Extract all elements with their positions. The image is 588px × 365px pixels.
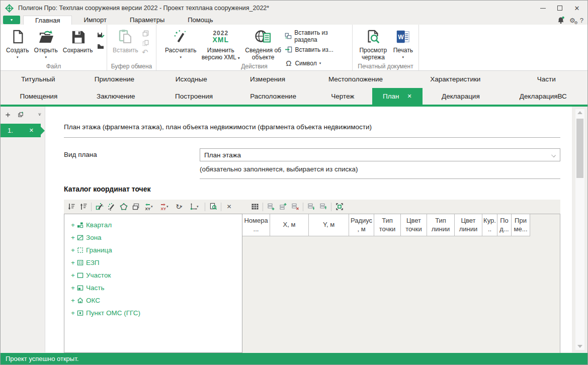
object-info-button[interactable]: Сведения об объекте xyxy=(242,26,284,62)
tab-plan-active[interactable]: План ✕ xyxy=(372,88,423,105)
copy-icon[interactable] xyxy=(142,30,149,37)
coordinates-table-body[interactable] xyxy=(242,236,560,353)
notifications-bell-icon[interactable] xyxy=(557,16,565,24)
col-header-point-type[interactable]: Тип точки xyxy=(374,214,401,236)
axes-settings-button[interactable]: ▾ xyxy=(188,201,203,213)
insert-from-section-button[interactable]: Вставить из раздела xyxy=(285,31,348,41)
tab-chertezh[interactable]: Чертеж xyxy=(313,88,372,105)
col-header-pod[interactable]: Под... xyxy=(497,214,512,236)
fullscreen-expand-icon[interactable] xyxy=(333,201,345,213)
export-xy-button[interactable]: XY▾ xyxy=(157,201,173,213)
tree-item-oks[interactable]: + ОКС xyxy=(71,294,242,307)
drawing-preview-button[interactable]: Просмотр чертежа xyxy=(356,26,391,62)
paste-special-icon[interactable] xyxy=(142,39,149,47)
duplicate-page-icon[interactable] xyxy=(18,111,24,119)
print-button[interactable]: W Печать ▾ xyxy=(391,26,415,60)
open-button[interactable]: Открыть ▾ xyxy=(32,26,60,60)
insert-row-icon[interactable] xyxy=(277,201,289,213)
globe-info-icon xyxy=(255,29,271,44)
paste-button[interactable]: Вставить xyxy=(110,26,141,55)
clear-catalog-icon[interactable]: ✕ xyxy=(223,201,235,213)
menu-tab-glavnaya[interactable]: Главная xyxy=(23,16,72,25)
create-button[interactable]: Создать ▾ xyxy=(4,26,32,60)
save-as-icon[interactable] xyxy=(97,31,105,39)
tree-item-punkt-oms[interactable]: + Пункт ОМС (ГГС) xyxy=(71,307,242,319)
tab-raspolozhenie[interactable]: Расположение xyxy=(233,88,313,105)
col-header-radius[interactable]: Радиус, м xyxy=(349,214,374,236)
tree-item-kvartal[interactable]: + Квартал xyxy=(71,219,242,231)
tab-chasti[interactable]: Части xyxy=(506,71,587,88)
save-button[interactable]: Сохранить xyxy=(60,26,96,55)
maximize-icon xyxy=(557,6,562,11)
divider xyxy=(64,137,560,138)
scrollbar-thumb[interactable] xyxy=(576,119,583,178)
status-message: Проект успешно открыт. xyxy=(6,355,78,362)
col-header-line-type[interactable]: Тип линии xyxy=(427,214,455,236)
tab-titulny[interactable]: Титульный xyxy=(1,71,75,88)
scroll-down-arrow-icon[interactable] xyxy=(575,343,584,350)
catalog-title: Каталог координат точек xyxy=(64,185,560,193)
calculate-button[interactable]: Рассчитать ▾ xyxy=(162,26,199,60)
tab-zaklyuchenie[interactable]: Заключение xyxy=(77,88,155,105)
close-button[interactable]: ✕ xyxy=(568,1,585,16)
svg-text:XY: XY xyxy=(145,207,151,211)
polygon-icon[interactable] xyxy=(118,201,129,213)
auto-contour-wand-icon[interactable] xyxy=(94,201,105,213)
menu-tab-pomosch[interactable]: Помощь xyxy=(176,16,224,25)
tree-item-granitsa[interactable]: + Граница xyxy=(71,244,242,256)
col-header-y[interactable]: Y, м xyxy=(309,214,349,236)
move-row-down-icon[interactable] xyxy=(305,201,317,213)
import-xy-button[interactable]: XY▾ xyxy=(142,201,157,213)
menu-caret-icon: ▼ xyxy=(10,18,14,22)
page-list-menu-icon[interactable] xyxy=(38,112,42,117)
move-row-up-icon[interactable] xyxy=(317,201,329,213)
plan-type-select[interactable]: План этажа xyxy=(200,148,560,161)
tab-postroeniya[interactable]: Построения xyxy=(155,88,233,105)
tab-kharakteristiki[interactable]: Характеристики xyxy=(405,71,505,88)
preview-catalog-icon[interactable] xyxy=(207,201,219,213)
col-header-numbers[interactable]: Номера... xyxy=(242,214,270,236)
tree-item-zona[interactable]: + Зона xyxy=(71,231,242,244)
minimize-button[interactable] xyxy=(534,1,551,16)
insert-from-button[interactable]: Вставить из... xyxy=(285,44,348,55)
renumber-ascending-icon[interactable] xyxy=(77,201,89,213)
page-tab-1[interactable]: 1. ✕ xyxy=(1,124,41,137)
col-header-line-color[interactable]: Цвет линии xyxy=(455,214,482,236)
tab-deklaratsiya[interactable]: Декларация xyxy=(423,88,499,105)
tab-prilozhenie[interactable]: Приложение xyxy=(75,71,153,88)
menu-tab-import[interactable]: Импорт xyxy=(72,16,118,25)
app-logo-icon xyxy=(5,4,14,13)
help-icon[interactable]: ? xyxy=(580,17,583,24)
delete-row-icon[interactable] xyxy=(289,201,301,213)
tab-close-icon[interactable]: ✕ xyxy=(407,93,412,100)
tree-item-ezp[interactable]: + ЕЗП xyxy=(71,256,242,269)
tree-item-uchastok[interactable]: + Участок xyxy=(71,269,242,282)
scroll-up-arrow-icon[interactable] xyxy=(575,109,584,116)
renumber-descending-icon[interactable] xyxy=(65,201,77,213)
col-header-primechanie[interactable]: Приме... xyxy=(512,214,530,236)
file-menu-button[interactable]: ▼ xyxy=(3,16,20,24)
col-header-point-color[interactable]: Цвет точки xyxy=(401,214,427,236)
copy-contour-icon[interactable] xyxy=(130,201,141,213)
add-page-icon[interactable] xyxy=(5,111,11,119)
add-row-icon[interactable] xyxy=(265,201,277,213)
tab-izmereniya[interactable]: Измерения xyxy=(229,71,306,88)
maximize-button[interactable] xyxy=(551,1,568,16)
change-xml-version-button[interactable]: 2022 XML Изменить версию XML ▾ xyxy=(199,26,242,62)
col-header-kur[interactable]: Кур... xyxy=(482,214,497,236)
rotate-contour-button[interactable]: ↻▾ xyxy=(173,201,187,213)
tab-pomescheniya[interactable]: Помещения xyxy=(1,88,77,105)
save-copy-folder-icon[interactable] xyxy=(97,42,105,50)
menu-tab-parametry[interactable]: Параметры xyxy=(118,16,176,25)
settings-gears-icon[interactable]: ⚙⚙ xyxy=(569,17,575,24)
tab-iskhodnye[interactable]: Исходные xyxy=(153,71,229,88)
tree-item-chast[interactable]: + Часть xyxy=(71,282,242,294)
col-header-x[interactable]: X, м xyxy=(270,214,309,236)
page-tab-close-icon[interactable]: ✕ xyxy=(29,127,34,134)
tab-deklaratsiya-vs[interactable]: ДекларацияВС xyxy=(499,88,587,105)
undo-icon[interactable]: ↶ xyxy=(142,49,149,55)
auto-points-wand-icon[interactable] xyxy=(106,201,117,213)
vertical-scrollbar[interactable] xyxy=(575,109,584,350)
tab-mestopolozhenie[interactable]: Местоположение xyxy=(306,71,405,88)
table-view-icon[interactable] xyxy=(249,201,261,213)
